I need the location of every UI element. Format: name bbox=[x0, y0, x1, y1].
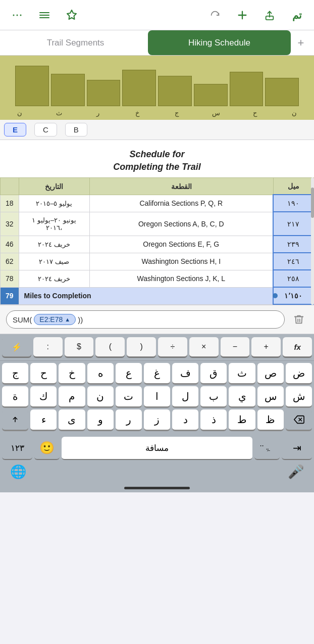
arabic-key[interactable]: ز bbox=[144, 409, 170, 431]
cell-section[interactable]: Oregon Sections A, B, C, D bbox=[89, 212, 273, 236]
arabic-key[interactable]: ى bbox=[59, 409, 85, 431]
return-key[interactable]: ⇥ bbox=[282, 437, 312, 460]
arabic-key[interactable]: م bbox=[59, 386, 85, 407]
arabic-key[interactable]: ف bbox=[172, 363, 198, 384]
cell-miles[interactable]: ١٩٠ bbox=[273, 195, 313, 212]
cell-miles[interactable]: ٢٥٨ bbox=[273, 270, 313, 287]
cell-date[interactable]: صيف ٢٠١٧ bbox=[19, 253, 89, 270]
space-key[interactable]: مسافة bbox=[62, 437, 252, 460]
cell-date[interactable]: خريف ٢٠٢٤ bbox=[19, 270, 89, 287]
chart-bar bbox=[122, 70, 156, 106]
table-row-total[interactable]: ١٬١٥٠Miles to Completion79 bbox=[1, 287, 314, 304]
arabic-key[interactable]: س bbox=[257, 386, 284, 407]
arabic-key[interactable]: ي bbox=[229, 386, 255, 407]
col-selector-B[interactable]: B bbox=[65, 123, 87, 136]
emoji-key[interactable]: 🙂 bbox=[34, 437, 60, 460]
table-row[interactable]: ١٩٠California Sections P, Q, Rيوليو ٥–٢٠… bbox=[1, 195, 314, 212]
delete-key[interactable] bbox=[286, 409, 312, 431]
header-miles: ميل bbox=[273, 178, 313, 195]
arabic-key[interactable]: ط bbox=[229, 409, 255, 431]
trash-icon[interactable] bbox=[290, 310, 308, 329]
arabic-key[interactable]: ء bbox=[30, 409, 57, 431]
cell-section[interactable]: Oregon Sections E, F, G bbox=[89, 236, 273, 253]
special-key[interactable]: fx bbox=[283, 337, 312, 357]
special-key[interactable]: $ bbox=[65, 337, 94, 357]
schedule-table: ميل القطعة التاريخ ١٩٠California Section… bbox=[0, 177, 314, 305]
chart-bar bbox=[158, 76, 192, 106]
special-key[interactable]: : bbox=[33, 337, 63, 357]
special-key[interactable]: ⚡ bbox=[2, 337, 31, 357]
arabic-key[interactable]: ل bbox=[172, 386, 198, 407]
arabic-key[interactable]: ظ bbox=[257, 409, 284, 431]
scroll-thumb[interactable] bbox=[311, 188, 314, 218]
arabic-key[interactable]: ك bbox=[30, 386, 57, 407]
cell-date[interactable]: يوليو ٥–٢٠١٥ bbox=[19, 195, 89, 212]
share-icon[interactable] bbox=[260, 6, 279, 24]
shift-key[interactable] bbox=[2, 409, 28, 431]
cell-date[interactable]: يونيو ٢٠–يوليو ١ ،٢٠١٦ bbox=[19, 212, 89, 236]
col-letter: ن bbox=[0, 108, 39, 118]
arabic-key[interactable]: ع bbox=[116, 363, 142, 384]
cell-section[interactable]: Washington Sections H, I bbox=[89, 253, 273, 270]
table-row[interactable]: ٢١٧Oregon Sections A, B, C, Dيونيو ٢٠–يو… bbox=[1, 212, 314, 236]
table-row[interactable]: ٢٥٨Washington Sections J, K, Lخريف ٢٠٢٤7… bbox=[1, 270, 314, 287]
arabic-key[interactable]: ت bbox=[116, 386, 142, 407]
keyboard-special-row: ⚡:$()÷×−+fx bbox=[0, 334, 314, 361]
special-key[interactable]: ÷ bbox=[158, 337, 187, 357]
arabic-key[interactable]: د bbox=[172, 409, 198, 431]
cell-miles[interactable]: ٢١٧ bbox=[273, 212, 313, 236]
cell-total-miles[interactable]: ١٬١٥٠ bbox=[273, 287, 313, 304]
formula-range[interactable]: E2:E78 ▲ bbox=[34, 314, 76, 325]
special-key[interactable]: ) bbox=[127, 337, 156, 357]
arabic-key[interactable]: ة bbox=[2, 386, 28, 407]
tab-hiking-schedule[interactable]: Hiking Schedule bbox=[148, 30, 291, 55]
arabic-key[interactable]: ر bbox=[116, 409, 142, 431]
cell-miles[interactable]: ٢٣٩ bbox=[273, 236, 313, 253]
formula-input[interactable]: SUM( E2:E78 ▲ )) bbox=[6, 310, 285, 329]
arabic-key[interactable]: ه bbox=[87, 363, 114, 384]
add-tab-button[interactable]: + bbox=[292, 34, 310, 52]
add-icon[interactable] bbox=[233, 6, 251, 24]
refresh-icon[interactable] bbox=[206, 6, 224, 24]
range-up-arrow[interactable]: ▲ bbox=[65, 316, 70, 323]
chart-bar-wrap bbox=[158, 76, 192, 106]
special-key[interactable]: − bbox=[221, 337, 250, 357]
pin-icon[interactable] bbox=[63, 6, 81, 24]
globe-icon[interactable]: 🌐 bbox=[10, 464, 26, 480]
arabic-key[interactable]: ج bbox=[2, 363, 28, 384]
cell-section[interactable]: California Sections P, Q, R bbox=[89, 195, 273, 212]
arabic-key[interactable]: ب bbox=[200, 386, 227, 407]
table-row[interactable]: ٢٤٦Washington Sections H, Iصيف ٢٠١٧62 bbox=[1, 253, 314, 270]
special-key[interactable]: × bbox=[189, 337, 219, 357]
arabic-key[interactable]: ث bbox=[229, 363, 255, 384]
nums-key[interactable]: ١٢٣ bbox=[2, 437, 32, 460]
arabic-key[interactable]: خ bbox=[59, 363, 85, 384]
table-container: Schedule for Completing the Trail ميل ال… bbox=[0, 140, 314, 305]
arabic-key[interactable]: ن bbox=[87, 386, 114, 407]
col-selector-E[interactable]: E bbox=[4, 123, 26, 136]
arabic-key[interactable]: ش bbox=[286, 386, 312, 407]
chart-bar bbox=[230, 72, 264, 106]
arabic-key[interactable]: ض bbox=[286, 363, 312, 384]
arabic-key[interactable]: و bbox=[87, 409, 114, 431]
scroll-indicator[interactable] bbox=[311, 177, 314, 305]
arabic-key[interactable]: ذ bbox=[200, 409, 227, 431]
special-key[interactable]: + bbox=[251, 337, 281, 357]
cell-date[interactable]: خريف ٢٠٢٤ bbox=[19, 236, 89, 253]
arabic-key[interactable]: غ bbox=[144, 363, 170, 384]
cell-miles[interactable]: ٢٤٦ bbox=[273, 253, 313, 270]
more-icon[interactable] bbox=[8, 6, 26, 24]
table-row[interactable]: ٢٣٩Oregon Sections E, F, Gخريف ٢٠٢٤46 bbox=[1, 236, 314, 253]
tab-trail-segments[interactable]: Trail Segments bbox=[4, 30, 147, 55]
special-key[interactable]: ( bbox=[95, 337, 125, 357]
arabic-key[interactable]: ق bbox=[200, 363, 227, 384]
list-icon[interactable] bbox=[35, 6, 54, 24]
arabic-key[interactable]: ح bbox=[30, 363, 57, 384]
done-button[interactable]: تم bbox=[288, 6, 306, 24]
cell-section[interactable]: Washington Sections J, K, L bbox=[89, 270, 273, 287]
arabic-key[interactable]: ا bbox=[144, 386, 170, 407]
col-selector-C[interactable]: C bbox=[34, 123, 57, 136]
mic-icon[interactable]: 🎤 bbox=[288, 464, 304, 480]
special-char-key[interactable]: ۃ̈ bbox=[254, 437, 280, 460]
arabic-key[interactable]: ص bbox=[257, 363, 284, 384]
